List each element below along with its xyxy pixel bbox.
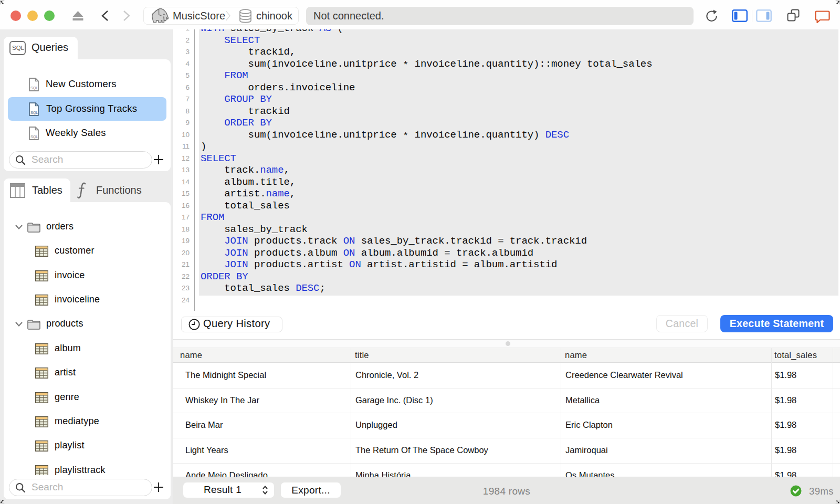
svg-text:SQL: SQL (30, 110, 38, 115)
svg-text:SQL: SQL (30, 86, 38, 90)
svg-text:SQL: SQL (30, 134, 38, 139)
